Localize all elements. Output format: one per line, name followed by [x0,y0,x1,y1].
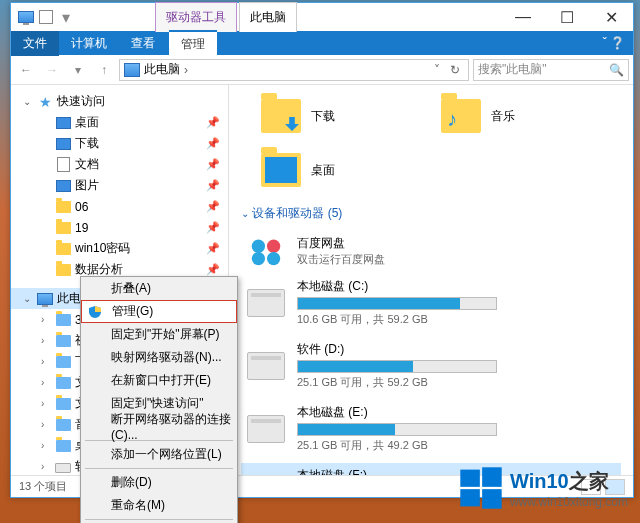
pin-icon: 📌 [206,179,220,192]
content-pane: 下载♪音乐桌面 ⌄ 设备和驱动器 (5) 百度网盘 双击运行百度网盘 本地磁盘 … [229,85,633,475]
folder-icon [55,116,71,130]
folder-icon [55,263,71,277]
tree-item[interactable]: 06📌 [11,196,228,217]
pin-icon: 📌 [206,200,220,213]
maximize-button[interactable]: ☐ [545,3,589,31]
address-text: 此电脑 [144,61,180,78]
drive-icon [247,289,285,317]
menu-label: 断开网络驱动器的连接(C)... [111,411,237,442]
tree-label: 下载 [75,135,99,152]
pin-icon: 📌 [206,221,220,234]
drive-item[interactable]: 软件 (D:) 25.1 GB 可用，共 59.2 GB [241,337,621,394]
context-menu-item[interactable]: 折叠(A) [81,277,237,300]
svg-rect-6 [460,489,480,506]
devices-header[interactable]: ⌄ 设备和驱动器 (5) [241,205,621,222]
folder-item[interactable]: 下载 [261,99,401,133]
drive-name: 本地磁盘 (C:) [297,278,615,295]
tree-label: 桌面 [75,114,99,131]
folder-icon [55,158,71,172]
windows-logo-icon [458,465,504,511]
star-icon: ★ [37,95,53,109]
drive-usage-text: 25.1 GB 可用，共 49.2 GB [297,438,615,453]
refresh-icon[interactable]: ↻ [446,63,464,77]
drive-usage-text: 10.6 GB 可用，共 59.2 GB [297,312,615,327]
wm-brand-b: 之家 [569,470,609,492]
drive-item[interactable]: 本地磁盘 (C:) 10.6 GB 可用，共 59.2 GB [241,274,621,331]
tree-label: 19 [75,221,88,235]
app-icon [17,8,35,26]
item-icon [55,397,71,411]
context-menu-item[interactable]: 断开网络驱动器的连接(C)... [81,415,237,438]
menu-label: 折叠(A) [111,280,151,297]
tree-item[interactable]: 19📌 [11,217,228,238]
pc-icon [37,292,53,306]
context-menu-item[interactable]: 固定到"开始"屏幕(P) [81,323,237,346]
item-icon [55,334,71,348]
tree-item[interactable]: 桌面📌 [11,112,228,133]
ribbon-manage[interactable]: 管理 [169,30,217,57]
tree-quick-access[interactable]: ⌄★ 快速访问 [11,91,228,112]
search-icon: 🔍 [609,63,624,77]
menu-label: 添加一个网络位置(L) [111,446,222,463]
wm-brand-a: Win10 [510,470,569,492]
menu-label: 重命名(M) [111,497,165,514]
context-menu-item[interactable]: 管理(G) [81,300,237,323]
watermark: Win10之家 www.win10xitong.com [458,465,628,511]
tree-item[interactable]: 下载📌 [11,133,228,154]
address-bar[interactable]: 此电脑 › ˅ ↻ [119,59,469,81]
folder-icon [55,137,71,151]
context-menu-item[interactable]: 添加一个网络位置(L) [81,443,237,466]
drive-icon [247,415,285,443]
tree-item[interactable]: win10密码📌 [11,238,228,259]
search-input[interactable]: 搜索"此电脑" 🔍 [473,59,629,81]
folder-icon [261,99,301,133]
menu-label: 固定到"快速访问" [111,395,204,412]
folder-label: 桌面 [311,162,335,179]
folder-icon [55,200,71,214]
folder-label: 下载 [311,108,335,125]
folder-icon: ♪ [441,99,481,133]
ribbon-computer[interactable]: 计算机 [59,31,119,56]
tree-label: 此电 [57,290,81,307]
baidu-icon [247,232,285,270]
context-menu-item[interactable]: 在新窗口中打开(E) [81,369,237,392]
context-menu-item[interactable]: 映射网络驱动器(N)... [81,346,237,369]
menu-label: 固定到"开始"屏幕(P) [111,326,220,343]
baidu-netdisk-item[interactable]: 百度网盘 双击运行百度网盘 [241,228,621,274]
pin-icon: 📌 [206,158,220,171]
nav-forward-button[interactable]: → [41,59,63,81]
nav-up-button[interactable]: ↑ [93,59,115,81]
nav-recent-button[interactable]: ▾ [67,59,89,81]
item-icon [55,313,71,327]
svg-point-3 [267,252,280,265]
folder-item[interactable]: 桌面 [261,153,401,187]
qat-dropdown-icon[interactable]: ▾ [57,8,75,26]
folder-icon [55,242,71,256]
tree-item[interactable]: 图片📌 [11,175,228,196]
search-placeholder: 搜索"此电脑" [478,61,547,78]
context-menu: 折叠(A)管理(G)固定到"开始"屏幕(P)映射网络驱动器(N)...在新窗口中… [80,276,238,523]
ribbon-help-icon[interactable]: ˇ ❔ [595,36,633,50]
context-menu-item[interactable]: 重命名(M) [81,494,237,517]
tree-label: 图片 [75,177,99,194]
tree-item[interactable]: 文档📌 [11,154,228,175]
svg-point-0 [252,240,265,253]
address-dropdown-icon[interactable]: ˅ [430,63,444,77]
ribbon-view[interactable]: 查看 [119,31,167,56]
qat-properties-icon[interactable] [39,10,53,24]
item-icon [55,418,71,432]
drive-item[interactable]: 本地磁盘 (E:) 25.1 GB 可用，共 49.2 GB [241,400,621,457]
nav-back-button[interactable]: ← [15,59,37,81]
drive-usage-bar [297,360,497,373]
context-menu-item[interactable]: 删除(D) [81,471,237,494]
ribbon: 文件 计算机 查看 管理 ˇ ❔ [11,31,633,55]
close-button[interactable]: ✕ [589,3,633,31]
breadcrumb-arrow-icon[interactable]: › [184,63,188,77]
ribbon-file[interactable]: 文件 [11,31,59,56]
folder-item[interactable]: ♪音乐 [441,99,581,133]
drive-usage-bar [297,297,497,310]
menu-label: 在新窗口中打开(E) [111,372,211,389]
drive-usage-bar [297,423,497,436]
minimize-button[interactable]: — [501,3,545,31]
drive-usage-text: 25.1 GB 可用，共 59.2 GB [297,375,615,390]
